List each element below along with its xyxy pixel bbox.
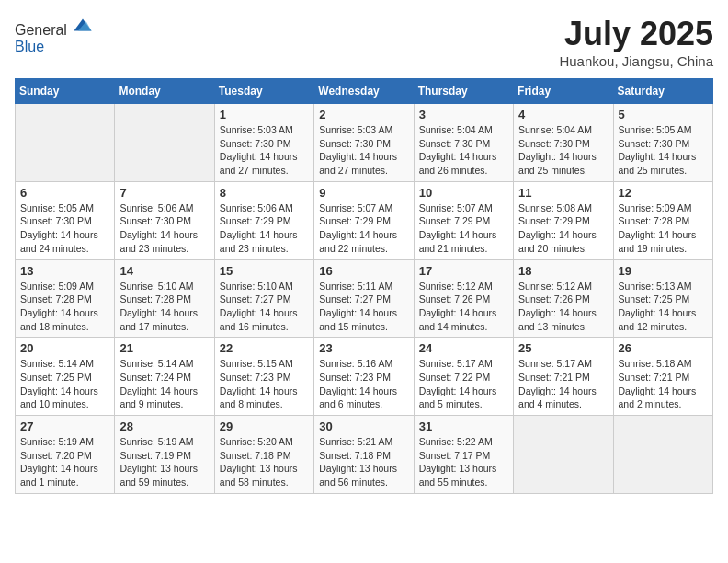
calendar-cell: 22Sunrise: 5:15 AMSunset: 7:23 PMDayligh… — [214, 338, 313, 416]
calendar-cell: 21Sunrise: 5:14 AMSunset: 7:24 PMDayligh… — [115, 338, 214, 416]
day-info: Sunrise: 5:06 AMSunset: 7:29 PMDaylight:… — [220, 201, 309, 256]
day-number: 3 — [419, 108, 508, 121]
day-number: 23 — [319, 341, 408, 355]
days-header-row: SundayMondayTuesdayWednesdayThursdayFrid… — [16, 79, 713, 104]
calendar-cell: 2Sunrise: 5:03 AMSunset: 7:30 PMDaylight… — [314, 104, 414, 182]
calendar-cell: 5Sunrise: 5:05 AMSunset: 7:30 PMDaylight… — [613, 104, 712, 182]
calendar-cell: 31Sunrise: 5:22 AMSunset: 7:17 PMDayligh… — [414, 416, 513, 494]
calendar-cell: 27Sunrise: 5:19 AMSunset: 7:20 PMDayligh… — [16, 416, 115, 494]
day-info: Sunrise: 5:14 AMSunset: 7:24 PMDaylight:… — [119, 357, 209, 411]
calendar-cell: 10Sunrise: 5:07 AMSunset: 7:29 PMDayligh… — [414, 181, 513, 259]
day-info: Sunrise: 5:13 AMSunset: 7:25 PMDaylight:… — [619, 280, 708, 334]
day-number: 11 — [518, 186, 608, 200]
calendar-cell: 13Sunrise: 5:09 AMSunset: 7:28 PMDayligh… — [16, 259, 115, 338]
calendar-cell — [115, 104, 214, 182]
calendar-cell — [514, 416, 613, 494]
day-info: Sunrise: 5:07 AMSunset: 7:29 PMDaylight:… — [419, 201, 508, 256]
day-number: 5 — [619, 108, 708, 121]
calendar-cell: 8Sunrise: 5:06 AMSunset: 7:29 PMDaylight… — [214, 181, 313, 259]
calendar-cell: 6Sunrise: 5:05 AMSunset: 7:30 PMDaylight… — [16, 181, 115, 259]
day-number: 30 — [319, 419, 408, 433]
day-info: Sunrise: 5:04 AMSunset: 7:30 PMDaylight:… — [518, 123, 608, 178]
month-title: July 2025 — [559, 15, 713, 53]
calendar-cell: 7Sunrise: 5:06 AMSunset: 7:30 PMDaylight… — [115, 181, 214, 259]
day-number: 9 — [319, 186, 408, 200]
day-number: 12 — [619, 186, 708, 200]
day-number: 17 — [419, 264, 508, 278]
calendar-cell: 17Sunrise: 5:12 AMSunset: 7:26 PMDayligh… — [414, 259, 513, 338]
calendar-cell: 15Sunrise: 5:10 AMSunset: 7:27 PMDayligh… — [214, 259, 313, 338]
calendar-cell: 25Sunrise: 5:17 AMSunset: 7:21 PMDayligh… — [514, 338, 613, 416]
day-info: Sunrise: 5:17 AMSunset: 7:21 PMDaylight:… — [518, 357, 608, 411]
day-of-week-header: Wednesday — [314, 79, 414, 104]
calendar-cell: 24Sunrise: 5:17 AMSunset: 7:22 PMDayligh… — [414, 338, 513, 416]
calendar-cell: 20Sunrise: 5:14 AMSunset: 7:25 PMDayligh… — [16, 338, 115, 416]
calendar-cell: 23Sunrise: 5:16 AMSunset: 7:23 PMDayligh… — [314, 338, 414, 416]
day-number: 15 — [220, 264, 309, 278]
day-info: Sunrise: 5:12 AMSunset: 7:26 PMDaylight:… — [419, 280, 508, 334]
day-info: Sunrise: 5:19 AMSunset: 7:19 PMDaylight:… — [119, 435, 209, 489]
logo-icon — [73, 15, 93, 35]
calendar-week-row: 20Sunrise: 5:14 AMSunset: 7:25 PMDayligh… — [16, 338, 713, 416]
calendar-week-row: 6Sunrise: 5:05 AMSunset: 7:30 PMDaylight… — [16, 181, 713, 259]
day-info: Sunrise: 5:18 AMSunset: 7:21 PMDaylight:… — [619, 357, 708, 411]
day-number: 13 — [20, 264, 109, 278]
calendar-table: SundayMondayTuesdayWednesdayThursdayFrid… — [15, 78, 713, 494]
day-info: Sunrise: 5:16 AMSunset: 7:23 PMDaylight:… — [319, 357, 408, 411]
logo-general-text: General — [15, 22, 67, 38]
calendar-week-row: 13Sunrise: 5:09 AMSunset: 7:28 PMDayligh… — [16, 259, 713, 338]
day-number: 16 — [319, 264, 408, 278]
day-of-week-header: Saturday — [613, 79, 712, 104]
day-info: Sunrise: 5:05 AMSunset: 7:30 PMDaylight:… — [619, 123, 708, 178]
day-info: Sunrise: 5:20 AMSunset: 7:18 PMDaylight:… — [220, 435, 309, 489]
calendar-cell: 30Sunrise: 5:21 AMSunset: 7:18 PMDayligh… — [314, 416, 414, 494]
calendar-cell: 3Sunrise: 5:04 AMSunset: 7:30 PMDaylight… — [414, 104, 513, 182]
day-of-week-header: Thursday — [414, 79, 513, 104]
day-info: Sunrise: 5:09 AMSunset: 7:28 PMDaylight:… — [20, 280, 109, 334]
day-number: 7 — [119, 186, 209, 200]
calendar-cell — [16, 104, 115, 182]
day-number: 27 — [20, 419, 109, 433]
day-of-week-header: Tuesday — [214, 79, 313, 104]
day-of-week-header: Sunday — [16, 79, 115, 104]
day-info: Sunrise: 5:21 AMSunset: 7:18 PMDaylight:… — [319, 435, 408, 489]
day-number: 26 — [619, 341, 708, 355]
calendar-cell: 26Sunrise: 5:18 AMSunset: 7:21 PMDayligh… — [613, 338, 712, 416]
day-number: 2 — [319, 108, 408, 121]
day-info: Sunrise: 5:17 AMSunset: 7:22 PMDaylight:… — [419, 357, 508, 411]
calendar-cell — [613, 416, 712, 494]
day-number: 22 — [220, 341, 309, 355]
calendar-cell: 14Sunrise: 5:10 AMSunset: 7:28 PMDayligh… — [115, 259, 214, 338]
day-info: Sunrise: 5:10 AMSunset: 7:28 PMDaylight:… — [119, 280, 209, 334]
title-block: July 2025 Huankou, Jiangsu, China — [559, 15, 713, 69]
calendar-cell: 11Sunrise: 5:08 AMSunset: 7:29 PMDayligh… — [514, 181, 613, 259]
logo-blue-text: Blue — [15, 39, 44, 54]
day-info: Sunrise: 5:03 AMSunset: 7:30 PMDaylight:… — [319, 123, 408, 178]
calendar-cell: 4Sunrise: 5:04 AMSunset: 7:30 PMDaylight… — [514, 104, 613, 182]
calendar-cell: 1Sunrise: 5:03 AMSunset: 7:30 PMDaylight… — [214, 104, 313, 182]
day-info: Sunrise: 5:10 AMSunset: 7:27 PMDaylight:… — [220, 280, 309, 334]
calendar-week-row: 1Sunrise: 5:03 AMSunset: 7:30 PMDaylight… — [16, 104, 713, 182]
calendar-cell: 19Sunrise: 5:13 AMSunset: 7:25 PMDayligh… — [613, 259, 712, 338]
calendar-cell: 29Sunrise: 5:20 AMSunset: 7:18 PMDayligh… — [214, 416, 313, 494]
day-number: 14 — [119, 264, 209, 278]
calendar-cell: 12Sunrise: 5:09 AMSunset: 7:28 PMDayligh… — [613, 181, 712, 259]
day-number: 8 — [220, 186, 309, 200]
logo: General Blue — [15, 15, 93, 55]
day-of-week-header: Monday — [115, 79, 214, 104]
day-info: Sunrise: 5:19 AMSunset: 7:20 PMDaylight:… — [20, 435, 109, 489]
day-number: 6 — [20, 186, 109, 200]
calendar-cell: 9Sunrise: 5:07 AMSunset: 7:29 PMDaylight… — [314, 181, 414, 259]
day-number: 31 — [419, 419, 508, 433]
calendar-cell: 28Sunrise: 5:19 AMSunset: 7:19 PMDayligh… — [115, 416, 214, 494]
day-number: 20 — [20, 341, 109, 355]
day-info: Sunrise: 5:05 AMSunset: 7:30 PMDaylight:… — [20, 201, 109, 256]
calendar-week-row: 27Sunrise: 5:19 AMSunset: 7:20 PMDayligh… — [16, 416, 713, 494]
day-info: Sunrise: 5:08 AMSunset: 7:29 PMDaylight:… — [518, 201, 608, 256]
day-number: 18 — [518, 264, 608, 278]
day-info: Sunrise: 5:12 AMSunset: 7:26 PMDaylight:… — [518, 280, 608, 334]
location: Huankou, Jiangsu, China — [559, 53, 713, 69]
day-number: 10 — [419, 186, 508, 200]
day-info: Sunrise: 5:09 AMSunset: 7:28 PMDaylight:… — [619, 201, 708, 256]
day-info: Sunrise: 5:15 AMSunset: 7:23 PMDaylight:… — [220, 357, 309, 411]
